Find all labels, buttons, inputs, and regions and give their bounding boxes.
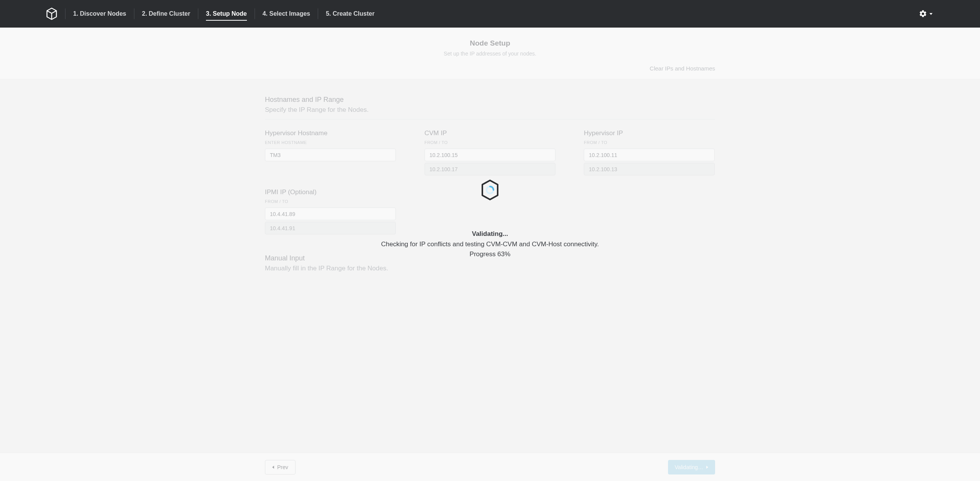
section-sub-manual: Manually fill in the IP Range for the No… (265, 265, 715, 272)
step-label: 3. Setup Node (206, 10, 247, 17)
input-ipmi-to[interactable] (265, 222, 396, 234)
label-cvm-ip: CVM IP (425, 129, 556, 137)
caption-ipmi-fromto: FROM / TO (265, 199, 715, 204)
step-label: 2. Define Cluster (142, 10, 190, 17)
field-group-ipmi-ip: IPMI IP (Optional) FROM / TO (265, 188, 715, 234)
gear-icon (919, 10, 927, 18)
step-label: 1. Discover Nodes (73, 10, 126, 17)
chevron-right-icon (706, 466, 708, 469)
app-header: 1. Discover Nodes 2. Define Cluster 3. S… (0, 0, 980, 28)
section-title-iprange: Hostnames and IP Range (265, 96, 715, 104)
app-logo (46, 5, 65, 22)
clear-ips-link[interactable]: Clear IPs and Hostnames (650, 65, 715, 72)
form-area: Hostnames and IP Range Specify the IP Ra… (265, 79, 715, 331)
cube-icon (46, 8, 57, 20)
input-cvm-to[interactable] (425, 163, 555, 175)
settings-menu[interactable] (917, 7, 934, 20)
page-title-band: Node Setup Set up the IP addresses of yo… (0, 28, 980, 64)
input-ipmi-from[interactable] (265, 208, 396, 220)
label-ipmi-ip: IPMI IP (Optional) (265, 188, 715, 196)
page-title: Node Setup (0, 39, 980, 47)
section-sub-iprange: Specify the IP Range for the Nodes. (265, 106, 715, 114)
step-create-cluster[interactable]: 5. Create Cluster (318, 5, 382, 22)
step-define-cluster[interactable]: 2. Define Cluster (134, 5, 198, 22)
step-label: 4. Select Images (263, 10, 310, 17)
section-divider (265, 119, 715, 119)
section-title-manual: Manual Input (265, 254, 715, 262)
field-group-hostname: Hypervisor Hostname ENTER HOSTNAME (265, 129, 396, 175)
caption-cvm-fromto: FROM / TO (425, 140, 556, 145)
field-group-cvm-ip: CVM IP FROM / TO (425, 129, 556, 175)
step-label: 5. Create Cluster (326, 10, 374, 17)
label-hypervisor-ip: Hypervisor IP (584, 129, 715, 137)
wizard-steps: 1. Discover Nodes 2. Define Cluster 3. S… (65, 0, 382, 28)
prev-button-label: Prev (277, 464, 288, 470)
prev-button[interactable]: Prev (265, 460, 296, 474)
caption-hyp-fromto: FROM / TO (584, 140, 715, 145)
input-hyp-to[interactable] (584, 163, 715, 175)
step-setup-node[interactable]: 3. Setup Node (198, 5, 255, 22)
wizard-footer: Prev Validating… (0, 453, 980, 481)
step-discover-nodes[interactable]: 1. Discover Nodes (65, 5, 134, 22)
next-button-label: Validating… (675, 464, 703, 470)
step-select-images[interactable]: 4. Select Images (255, 5, 318, 22)
chevron-down-icon (929, 13, 933, 15)
field-group-hypervisor-ip: Hypervisor IP FROM / TO (584, 129, 715, 175)
label-hypervisor-hostname: Hypervisor Hostname (265, 129, 396, 137)
chevron-left-icon (272, 466, 274, 469)
input-cvm-from[interactable] (425, 149, 555, 161)
next-button-validating[interactable]: Validating… (668, 460, 715, 474)
page-subtitle: Set up the IP addresses of your nodes. (0, 51, 980, 57)
input-hostname[interactable] (265, 149, 396, 161)
caption-enter-hostname: ENTER HOSTNAME (265, 140, 396, 145)
input-hyp-from[interactable] (584, 149, 715, 161)
page-scroll[interactable]: 1. Discover Nodes 2. Define Cluster 3. S… (0, 0, 980, 481)
